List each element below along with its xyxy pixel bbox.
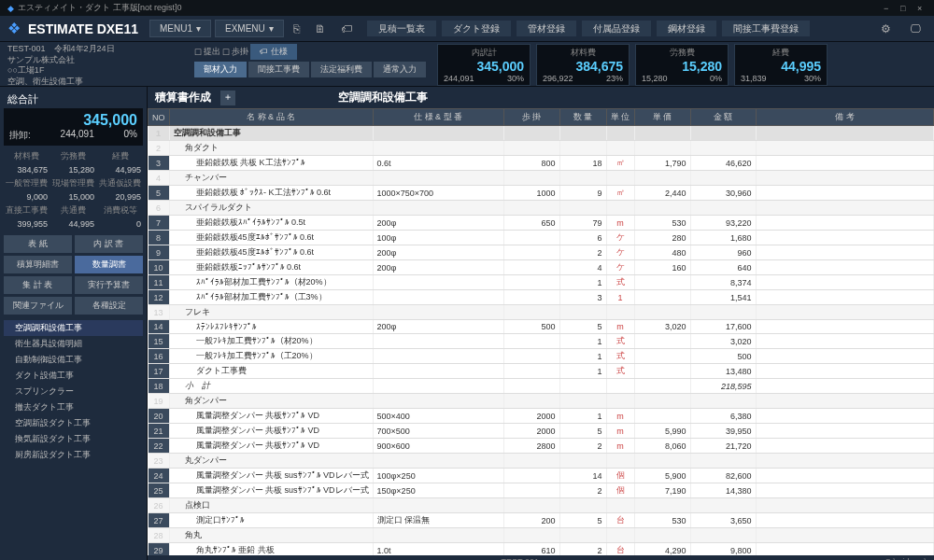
table-row[interactable]: 26点検口 <box>149 498 934 513</box>
table-row[interactable]: 17ダクト工事費1式13,480 <box>149 364 934 379</box>
tree-item-6[interactable]: 空調新設ダクト工事 <box>4 415 143 431</box>
table-row[interactable]: 3亜鉛鍍鉄板 共板 K工法ｻﾝﾌﾟﾙ0.6t80018㎡1,79046,620 <box>149 156 934 171</box>
sidebar-button-7[interactable]: 各種設定 <box>75 297 143 315</box>
column-header-5[interactable]: 単 位 <box>606 109 634 126</box>
tree-item-5[interactable]: 撤去ダクト工事 <box>4 399 143 415</box>
table-row[interactable]: 19角ダンパー <box>149 394 934 409</box>
table-row[interactable]: 27測定口ｻﾝﾌﾟﾙ測定口 保温無2005台5303,650 <box>149 513 934 528</box>
maximize-icon[interactable]: □ <box>900 4 910 13</box>
input-tab-1[interactable]: 間接工事費 <box>248 62 309 77</box>
table-row[interactable]: 21風量調整ダンパー 共板ｻﾝﾌﾟﾙ VD700×50020005m5,9903… <box>149 424 934 439</box>
tree-item-1[interactable]: 衛生器具設備明細 <box>4 336 143 352</box>
table-row[interactable]: 9亜鉛鍍鉄板45度ｴﾙﾎﾞｻﾝﾌﾟﾙ 0.6t200φ2ケ480960 <box>149 245 934 260</box>
column-header-4[interactable]: 数 量 <box>559 109 606 126</box>
table-row[interactable]: 22風量調整ダンパー 共板ｻﾝﾌﾟﾙ VD900×60028002m8,0602… <box>149 439 934 454</box>
sidebar-button-2[interactable]: 積算明細書 <box>4 256 72 273</box>
monitor-icon[interactable]: 🖵 <box>904 21 927 37</box>
column-header-1[interactable]: 名 称 & 品 名 <box>169 109 373 126</box>
register-button-3[interactable]: 付属品登録 <box>582 21 651 36</box>
table-row[interactable]: 5亜鉛鍍鉄板 ﾎﾞｯｸｽ- K工法ｻﾝﾌﾟﾙ 0.6t1000×750×7001… <box>149 186 934 201</box>
menu1-dropdown[interactable]: MENU1 ▾ <box>149 20 211 37</box>
subheader: TEST-001 令和4年2月24日 サンプル株式会社 ○○工場1F 空調、衛生… <box>0 42 934 87</box>
section-title: 空調調和設備工事 <box>338 90 428 105</box>
table-row[interactable]: 12ｽﾊﾟｲﾗﾙ部材加工費ｻﾝﾌﾟﾙ（工3%）311,541 <box>149 290 934 305</box>
estimate-table: NO名 称 & 品 名仕 様 & 型 番歩 掛数 量単 位単 価金 額備 考 1… <box>148 108 934 555</box>
sidebar-button-4[interactable]: 集 計 表 <box>4 276 72 294</box>
table-row[interactable]: 24風量調整ダンパー 共板 susｻﾝﾌﾟﾙ VDレバー式100φ×25014個… <box>149 469 934 483</box>
table-row[interactable]: 8亜鉛鍍鉄板45度ｴﾙﾎﾞｻﾝﾌﾟﾙ 0.6t100φ6ケ2801,680 <box>149 231 934 245</box>
summary-box-0: 内訳計345,000244,09130% <box>437 44 531 86</box>
sidebar: 総合計 345,000 掛卸: 244,091 0% 材料費労務費経費384,6… <box>0 87 148 560</box>
register-button-0[interactable]: 見積一覧表 <box>367 21 436 36</box>
table-row[interactable]: 1空調調和設備工事 <box>149 126 934 141</box>
app-title: ESTIMATE DXE11 <box>28 21 138 36</box>
table-row[interactable]: 4チャンバー <box>149 171 934 186</box>
sidebar-button-1[interactable]: 内 訳 書 <box>75 235 143 253</box>
window-controls: − □ × <box>884 4 927 13</box>
summary-box-2: 労務費15,28015,2800% <box>635 44 729 86</box>
statusbar: TEST-001 C:\midway\ <box>148 555 934 560</box>
spec-tag-button[interactable]: 🏷 仕様 <box>250 44 297 60</box>
summary-boxes: 内訳計345,000244,09130%材料費384,675296,92223%… <box>437 44 828 86</box>
table-row[interactable]: 7亜鉛鍍鉄板ｽﾊﾟｲﾗﾙｻﾝﾌﾟﾙ 0.5t200φ65079m53093,22… <box>149 216 934 231</box>
table-row[interactable]: 6スパイラルダクト <box>149 201 934 216</box>
tree-item-4[interactable]: スプリンクラー <box>4 384 143 399</box>
column-header-7[interactable]: 金 額 <box>690 109 756 126</box>
register-button-1[interactable]: ダクト登録 <box>442 21 511 36</box>
table-row[interactable]: 23丸ダンパー <box>149 454 934 469</box>
content-header: 積算書作成 ＋ 空調調和設備工事 <box>148 87 934 108</box>
input-tab-0[interactable]: 部材入力 <box>194 62 247 77</box>
register-button-4[interactable]: 鋼材登録 <box>657 21 716 36</box>
table-row[interactable]: 13フレキ <box>149 305 934 320</box>
table-row[interactable]: 14ｽﾃﾝﾚｽﾌﾚｷｻﾝﾌﾟﾙ200φ5005m3,02017,600 <box>149 320 934 334</box>
tree-item-7[interactable]: 換気新設ダクト工事 <box>4 431 143 447</box>
tree-item-8[interactable]: 厨房新設ダクト工事 <box>4 447 143 463</box>
table-row[interactable]: 20風量調整ダンパー 共板ｻﾝﾌﾟﾙ VD500×40020001m6,380 <box>149 409 934 424</box>
column-header-8[interactable]: 備 考 <box>756 109 933 126</box>
app-icon-small: ◆ <box>7 4 14 13</box>
total-value: 345,000 <box>9 112 137 129</box>
add-button[interactable]: ＋ <box>220 91 235 105</box>
summary-box-1: 材料費384,675296,92223% <box>536 44 630 86</box>
step-checkbox[interactable]: ☐ 歩掛 <box>222 46 248 58</box>
column-header-6[interactable]: 単 価 <box>634 109 690 126</box>
column-header-0[interactable]: NO <box>149 109 170 126</box>
tree-item-0[interactable]: 空調調和設備工事 <box>4 320 143 336</box>
table-wrapper[interactable]: NO名 称 & 品 名仕 様 & 型 番歩 掛数 量単 位単 価金 額備 考 1… <box>148 108 934 555</box>
minimize-icon[interactable]: − <box>884 4 893 13</box>
table-row[interactable]: 18小 計218,595 <box>149 379 934 394</box>
tree-item-2[interactable]: 自動制御設備工事 <box>4 352 143 368</box>
input-tab-3[interactable]: 通常入力 <box>374 62 426 77</box>
table-row[interactable]: 2角ダクト <box>149 141 934 156</box>
input-tab-2[interactable]: 法定福利費 <box>311 62 372 77</box>
register-button-2[interactable]: 管材登録 <box>517 21 576 36</box>
table-row[interactable]: 16一般ﾌﾚｷ加工費ｻﾝﾌﾟﾙ（工20%）1式500 <box>149 349 934 364</box>
submit-checkbox[interactable]: ☐ 提出 <box>194 46 220 58</box>
table-row[interactable]: 29角丸ｻﾝﾌﾟﾙ 亜鉛 共板1.0t6102台4,2909,800 <box>149 543 934 556</box>
table-row[interactable]: 15一般ﾌﾚｷ加工費ｻﾝﾌﾟﾙ（材20%）1式3,020 <box>149 334 934 349</box>
tree-item-3[interactable]: ダクト設備工事 <box>4 368 143 384</box>
column-header-3[interactable]: 歩 掛 <box>503 109 559 126</box>
sidebar-button-6[interactable]: 関連ファイル <box>4 297 72 315</box>
table-row[interactable]: 11ｽﾊﾟｲﾗﾙ部材加工費ｻﾝﾌﾟﾙ（材20%）1式8,374 <box>149 275 934 290</box>
document-icon[interactable]: 🗎 <box>309 21 332 37</box>
chevron-down-icon: ▾ <box>196 23 201 34</box>
content-title: 積算書作成 <box>155 90 211 105</box>
header: ❖ ESTIMATE DXE11 MENU1 ▾ EXMENU ▾ ⎘ 🗎 🏷 … <box>0 16 934 42</box>
table-row[interactable]: 28角丸 <box>149 528 934 543</box>
tag-icon[interactable]: 🏷 <box>335 21 358 37</box>
mid-controls: ☐ 提出 ☐ 歩掛 🏷 仕様 部材入力間接工事費法定福利費通常入力 <box>194 44 426 77</box>
sidebar-button-3[interactable]: 数量調書 <box>75 256 143 273</box>
summary-box-3: 経費44,99531,83930% <box>734 44 828 86</box>
register-button-5[interactable]: 間接工事費登録 <box>722 21 810 36</box>
exmenu-dropdown[interactable]: EXMENU ▾ <box>215 20 284 37</box>
sidebar-button-0[interactable]: 表 紙 <box>4 235 72 253</box>
settings-icon[interactable]: ⚙ <box>875 21 897 37</box>
chevron-down-icon: ▾ <box>269 23 274 34</box>
sidebar-button-5[interactable]: 実行予算書 <box>75 276 143 294</box>
table-row[interactable]: 10亜鉛鍍鉄板ﾆｯﾌﾟﾙｻﾝﾌﾟﾙ 0.6t200φ4ケ160640 <box>149 260 934 275</box>
table-row[interactable]: 25風量調整ダンパー 共板 susｻﾝﾌﾟﾙ VDレバー式150φ×2502個7… <box>149 483 934 498</box>
column-header-2[interactable]: 仕 様 & 型 番 <box>373 109 503 126</box>
close-icon[interactable]: × <box>917 4 927 13</box>
copy-icon[interactable]: ⎘ <box>288 21 305 37</box>
